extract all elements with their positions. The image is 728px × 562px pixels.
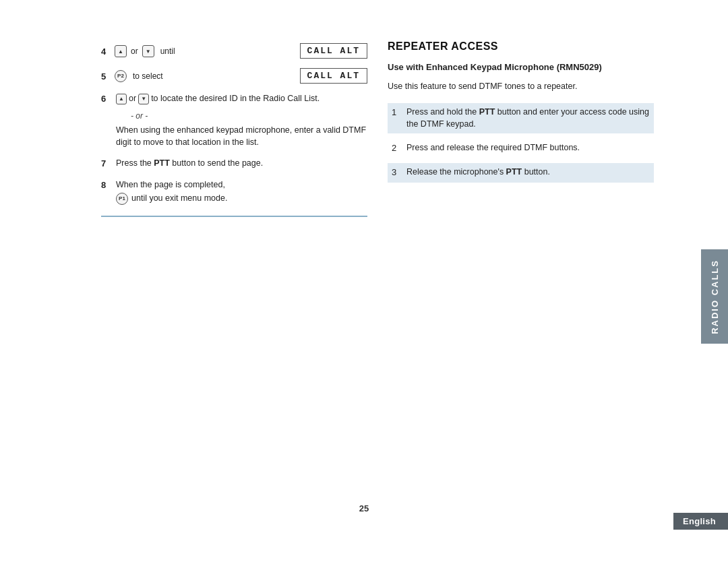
step-8-content: When the page is completed, P1 until you…	[116, 179, 367, 206]
step-6-main-text: to locate the desired ID in the Radio Ca…	[151, 93, 320, 105]
right-column: REPEATER ACCESS Use with Enhanced Keypad…	[388, 40, 654, 495]
step-6-number: 6	[101, 94, 111, 104]
p1-button-icon: P1	[116, 193, 128, 205]
step-4-row: 4 or until CALL ALT	[101, 40, 367, 61]
arrow-down-icon-4	[142, 45, 154, 57]
step-4-display: CALL ALT	[300, 43, 367, 59]
right-step-1-content: Press and hold the PTT button and enter …	[406, 106, 650, 130]
content-area: 4 or until CALL ALT 5 P2 to select CALL …	[101, 40, 654, 495]
step-8-number: 8	[101, 180, 111, 190]
step-6-content: or to locate the desired ID in the Radio…	[116, 93, 367, 148]
right-step-3-ptt-bold: PTT	[506, 167, 522, 177]
right-step-3-text-before: Release the microphone's	[406, 167, 506, 177]
right-step-1-ptt-bold: PTT	[479, 107, 495, 117]
step-7-ptt-bold: PTT	[154, 158, 170, 168]
page-container: 4 or until CALL ALT 5 P2 to select CALL …	[0, 0, 728, 562]
step-7-row: 7 Press the PTT button to send the page.	[101, 155, 367, 173]
radio-calls-tab-label: Radio Calls	[710, 259, 720, 334]
step-4-number: 4	[101, 46, 111, 57]
step-5-number: 5	[101, 71, 111, 82]
arrow-up-icon-4	[115, 45, 127, 57]
step-7-content: Press the PTT button to send the page.	[116, 158, 367, 170]
step-6-row: 6 or to locate the desired ID in the Rad…	[101, 90, 367, 151]
intro-text: Use this feature to send DTMF tones to a…	[388, 80, 654, 92]
step-7-text-before: Press the	[116, 158, 154, 168]
p2-button-icon: P2	[115, 70, 127, 82]
left-column: 4 or until CALL ALT 5 P2 to select CALL …	[101, 40, 367, 495]
section-heading: REPEATER ACCESS	[388, 40, 654, 53]
right-step-2-row: 2 Press and release the required DTMF bu…	[388, 139, 654, 158]
sub-heading: Use with Enhanced Keypad Microphone (RMN…	[388, 62, 654, 72]
step-7-text-after: button to send the page.	[170, 158, 263, 168]
step-6-extra-text: When using the enhanced keypad micro­pho…	[116, 125, 367, 148]
step-6-or-divider: - or -	[131, 111, 367, 122]
step-5-display: CALL ALT	[300, 68, 367, 84]
step-8-sub-text: until you exit menu mode.	[131, 193, 227, 205]
right-step-1-row: 1 Press and hold the PTT button and ente…	[388, 103, 654, 133]
right-step-3-content: Release the microphone's PTT button.	[406, 166, 650, 179]
step-8-text-before: When the page is completed,	[116, 180, 225, 189]
right-step-2-number: 2	[392, 142, 400, 154]
right-step-2-content: Press and release the required DTMF butt…	[406, 142, 650, 154]
page-number: 25	[359, 503, 369, 513]
english-badge: English	[673, 513, 728, 530]
right-step-3-number: 3	[392, 166, 400, 179]
step-5-to-select: to select	[133, 71, 163, 81]
right-step-1-text-before: Press and hold the	[406, 107, 479, 117]
step-4-or-text: or	[131, 46, 138, 56]
step-7-number: 7	[101, 158, 111, 168]
right-step-3-text-after: button.	[522, 167, 550, 177]
radio-calls-tab: Radio Calls	[701, 249, 728, 344]
right-step-1-number: 1	[392, 106, 400, 119]
step-5-row: 5 P2 to select CALL ALT	[101, 65, 367, 86]
right-step-3-row: 3 Release the microphone's PTT button.	[388, 163, 654, 182]
step-4-until-text: until	[160, 46, 175, 56]
step-8-row: 8 When the page is completed, P1 until y…	[101, 177, 367, 208]
arrow-down-icon-6	[138, 94, 149, 104]
step-6-or-label: or	[129, 93, 136, 105]
left-column-divider	[101, 216, 367, 217]
arrow-up-icon-6	[116, 94, 127, 104]
